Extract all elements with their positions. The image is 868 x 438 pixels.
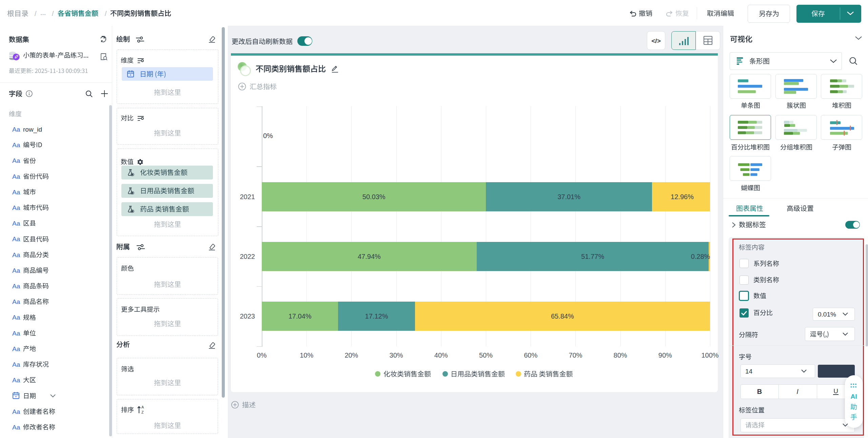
svg-text:Z: Z [141,410,144,414]
svg-text:A: A [141,405,144,409]
